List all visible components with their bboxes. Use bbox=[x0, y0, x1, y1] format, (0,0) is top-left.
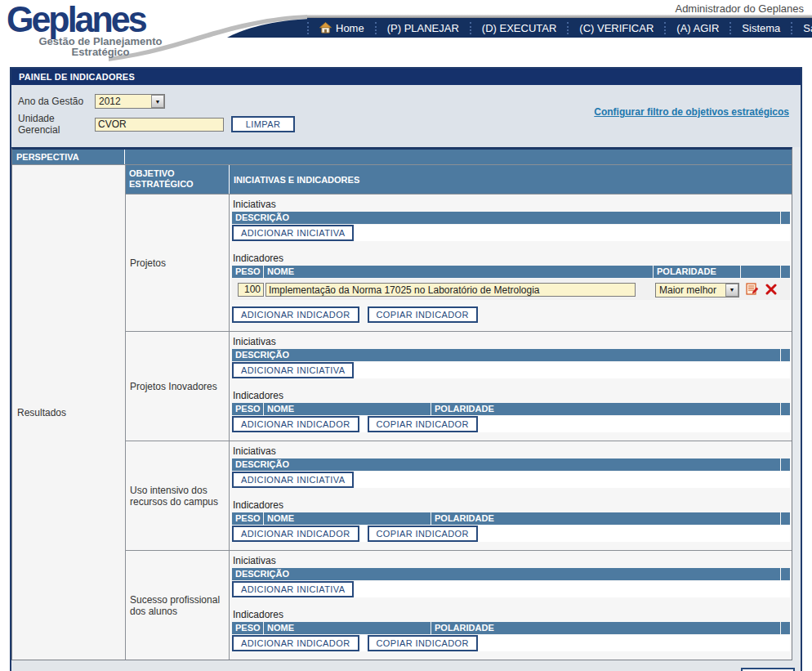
salvar-button[interactable]: SALVAR bbox=[741, 668, 795, 671]
iniciativas-table-header: DESCRIÇÃO bbox=[232, 568, 790, 580]
actions-column-header bbox=[741, 266, 780, 278]
row-content: Iniciativas DESCRIÇÃO ADICIONAR INICIATI… bbox=[230, 551, 792, 660]
objetivo-row: Sucesso profissional dos alunos Iniciati… bbox=[126, 551, 792, 660]
polaridade-value: Maior melhor bbox=[656, 284, 725, 296]
limpar-button[interactable]: LIMPAR bbox=[231, 116, 295, 132]
adicionar-iniciativa-button[interactable]: ADICIONAR INICIATIVA bbox=[232, 472, 354, 488]
nav-item-agir[interactable]: (A) AGIR bbox=[666, 18, 729, 38]
iniciativas-table-header: DESCRIÇÃO bbox=[232, 212, 790, 224]
unidade-gerencial-input[interactable] bbox=[95, 118, 224, 132]
objetivo-row: Uso intensivo dos recursos do campus Ini… bbox=[126, 441, 792, 551]
nav-item-label: (D) EXECUTAR bbox=[482, 22, 556, 34]
app-logo: Geplanes bbox=[7, 0, 145, 40]
nav-item-executar[interactable]: (D) EXECUTAR bbox=[471, 18, 567, 38]
nav-item-label: (C) VERIFICAR bbox=[579, 22, 654, 34]
indicadores-label: Indicadores bbox=[233, 499, 790, 511]
objetivo-cell: Uso intensivo dos recursos do campus bbox=[126, 441, 230, 550]
filters-section: Ano da Gestão 2012 ▼ Unidade Gerencial L… bbox=[11, 85, 801, 147]
polaridade-column-header: POLARIDADE bbox=[431, 622, 780, 634]
iniciativas-empty-row: ADICIONAR INICIATIVA bbox=[232, 225, 790, 241]
peso-column-header: PESO bbox=[232, 403, 263, 415]
configurar-filtro-link[interactable]: Configurar filtro de objetivos estratégi… bbox=[594, 106, 789, 118]
header-spacer bbox=[781, 266, 790, 278]
descricao-column-header: DESCRIÇÃO bbox=[232, 459, 780, 471]
descricao-column-header: DESCRIÇÃO bbox=[232, 568, 780, 580]
polaridade-column-header: POLARIDADE bbox=[431, 403, 780, 415]
row-content: Iniciativas DESCRIÇÃO ADICIONAR INICIATI… bbox=[230, 332, 792, 441]
nav-item-sair[interactable]: Sair bbox=[792, 18, 812, 38]
indicadores-label: Indicadores bbox=[233, 390, 790, 401]
app-header: Geplanes Gestão de Planejamento Estratég… bbox=[0, 0, 812, 65]
adicionar-iniciativa-button[interactable]: ADICIONAR INICIATIVA bbox=[232, 362, 354, 378]
nav-item-label: Sistema bbox=[742, 22, 780, 34]
nav-item-sistema[interactable]: Sistema bbox=[731, 18, 791, 38]
nome-column-header: NOME bbox=[264, 622, 431, 634]
header-spacer bbox=[781, 212, 790, 224]
adicionar-indicador-button[interactable]: ADICIONAR INDICADOR bbox=[232, 416, 359, 432]
logged-user-label: Administrador do Geplanes bbox=[675, 2, 804, 15]
adicionar-iniciativa-button[interactable]: ADICIONAR INICIATIVA bbox=[232, 581, 354, 597]
adicionar-indicador-button[interactable]: ADICIONAR INDICADOR bbox=[232, 635, 359, 651]
copiar-indicador-button[interactable]: COPIAR INDICADOR bbox=[368, 416, 478, 432]
iniciativas-label: Iniciativas bbox=[233, 555, 790, 566]
indicadores-table-header: PESO NOME POLARIDADE bbox=[232, 512, 790, 525]
unidade-gerencial-label: Unidade Gerencial bbox=[18, 113, 95, 136]
nome-column-header: NOME bbox=[264, 266, 653, 278]
iniciativas-empty-row: ADICIONAR INICIATIVA bbox=[232, 362, 790, 378]
iniciativas-table-header: DESCRIÇÃO bbox=[232, 349, 790, 361]
dropdown-arrow-icon[interactable]: ▼ bbox=[725, 284, 738, 297]
nav-item-planejar[interactable]: (P) PLANEJAR bbox=[377, 18, 470, 38]
nav-item-home[interactable]: Home bbox=[309, 18, 375, 38]
polaridade-column-header: POLARIDADE bbox=[654, 266, 740, 278]
objetivo-column-header: OBJETIVO ESTRATÉGICO bbox=[126, 165, 230, 194]
indicador-peso-input[interactable] bbox=[238, 283, 264, 297]
indicadores-table-header: PESO NOME POLARIDADE bbox=[232, 266, 790, 278]
edit-indicator-icon[interactable] bbox=[746, 283, 759, 296]
row-content: Iniciativas DESCRIÇÃO ADICIONAR INICIATI… bbox=[230, 195, 792, 331]
header-spacer bbox=[781, 459, 790, 471]
adicionar-indicador-button[interactable]: ADICIONAR INDICADOR bbox=[232, 306, 359, 323]
peso-column-header: PESO bbox=[232, 512, 263, 525]
indicadores-label: Indicadores bbox=[233, 253, 790, 264]
nav-item-label: Sair bbox=[803, 22, 812, 34]
header-spacer bbox=[781, 512, 790, 525]
panel-footer: SALVAR bbox=[11, 660, 801, 671]
iniciativas-empty-row: ADICIONAR INICIATIVA bbox=[232, 581, 790, 597]
polaridade-select[interactable]: Maior melhor ▼ bbox=[655, 283, 739, 297]
header-spacer bbox=[781, 403, 790, 415]
iniciativas-label: Iniciativas bbox=[233, 445, 790, 457]
peso-column-header: PESO bbox=[232, 266, 263, 278]
copiar-indicador-button[interactable]: COPIAR INDICADOR bbox=[368, 635, 478, 651]
home-icon bbox=[319, 22, 332, 34]
indicators-panel: PAINEL DE INDICADORES Ano da Gestão 2012… bbox=[10, 67, 802, 671]
indicador-nome-input[interactable] bbox=[265, 283, 636, 297]
dropdown-arrow-icon[interactable]: ▼ bbox=[151, 95, 164, 108]
iniciativas-table-header: DESCRIÇÃO bbox=[232, 459, 790, 471]
objetivo-row: Projetos Inovadores Iniciativas DESCRIÇÃ… bbox=[126, 332, 792, 441]
delete-indicator-icon[interactable] bbox=[765, 284, 777, 295]
indicadores-empty-row: ADICIONAR INDICADOR COPIAR INDICADOR bbox=[232, 416, 790, 432]
descricao-column-header: DESCRIÇÃO bbox=[232, 212, 780, 224]
header-spacer bbox=[781, 568, 790, 580]
nav-item-verificar[interactable]: (C) VERIFICAR bbox=[569, 18, 664, 38]
row-content: Iniciativas DESCRIÇÃO ADICIONAR INICIATI… bbox=[230, 441, 792, 550]
peso-column-header: PESO bbox=[232, 622, 263, 634]
polaridade-column-header: POLARIDADE bbox=[431, 512, 780, 525]
copiar-indicador-button[interactable]: COPIAR INDICADOR bbox=[368, 526, 478, 542]
ano-gestao-select[interactable]: 2012 ▼ bbox=[95, 94, 165, 109]
ano-gestao-label: Ano da Gestão bbox=[18, 96, 95, 107]
copiar-indicador-button[interactable]: COPIAR INDICADOR bbox=[368, 306, 478, 323]
indicadores-empty-row: ADICIONAR INDICADOR COPIAR INDICADOR bbox=[232, 635, 790, 651]
objetivo-cell: Projetos bbox=[126, 195, 230, 331]
objetivo-cell: Projetos Inovadores bbox=[126, 332, 230, 441]
indicadores-table-header: PESO NOME POLARIDADE bbox=[232, 403, 790, 415]
nome-column-header: NOME bbox=[264, 512, 431, 525]
iniciativas-label: Iniciativas bbox=[233, 336, 790, 347]
adicionar-iniciativa-button[interactable]: ADICIONAR INICIATIVA bbox=[232, 225, 354, 241]
main-navbar: Home (P) PLANEJAR (D) EXECUTAR (C) VERIF… bbox=[307, 15, 812, 38]
adicionar-indicador-button[interactable]: ADICIONAR INDICADOR bbox=[232, 526, 359, 542]
perspectiva-column-header: PERSPECTIVA bbox=[12, 150, 125, 164]
indicadores-label: Indicadores bbox=[233, 609, 790, 620]
iniciativas-empty-row: ADICIONAR INICIATIVA bbox=[232, 472, 790, 488]
perspectiva-cell: Resultados bbox=[12, 165, 126, 660]
